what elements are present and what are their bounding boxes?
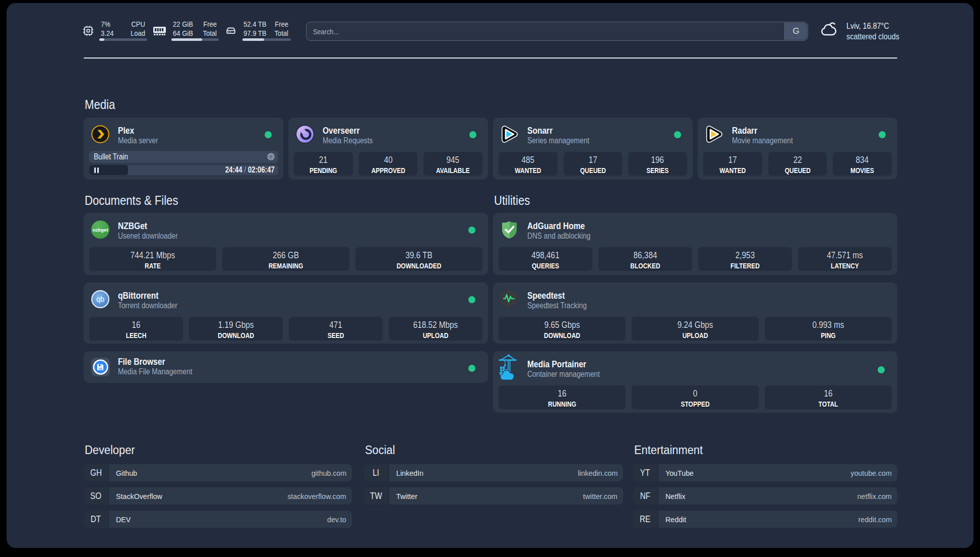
svg-text:nzbget: nzbget xyxy=(93,227,108,233)
svg-text:qb: qb xyxy=(96,295,104,303)
